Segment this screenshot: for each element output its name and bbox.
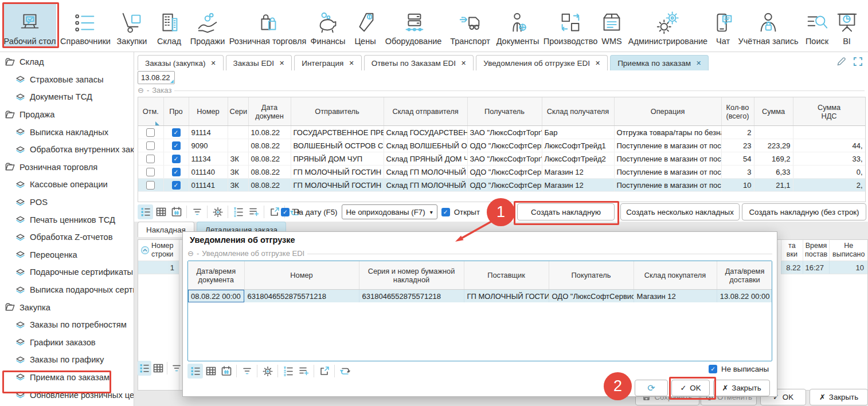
sidebar-item[interactable]: Заказы по графику: [0, 351, 134, 369]
collapse-icon[interactable]: ⊖: [187, 249, 194, 258]
filter-button[interactable]: [170, 361, 183, 376]
sidebar-item[interactable]: Документы ТСД: [0, 88, 134, 106]
sidebar-item[interactable]: Заказы по потребностям: [0, 316, 134, 334]
not-issued-checkbox[interactable]: ✓: [709, 365, 717, 373]
column-header[interactable]: Дата/время доставки: [717, 261, 772, 290]
add-list-button[interactable]: [246, 204, 261, 219]
nav-item-bi[interactable]: BI: [835, 3, 859, 48]
filter-button[interactable]: [239, 364, 255, 379]
numbered-list-button[interactable]: [280, 364, 296, 379]
column-header[interactable]: Склад покупателя: [634, 261, 717, 290]
collapse-icon[interactable]: ⊖: [138, 86, 144, 94]
nav-item-account[interactable]: Учётная запись: [736, 3, 800, 48]
delivery-date-header[interactable]: та вки: [781, 240, 803, 261]
nav-item-finance[interactable]: Финансы: [308, 3, 347, 48]
calendar-view-button[interactable]: [169, 204, 184, 219]
sidebar-item[interactable]: Кассовые операции: [0, 176, 134, 194]
order-row[interactable]: ✓ 011140 ЗК 08.08.22 ГП МОЛОЧНЫЙ ГОСТИН …: [138, 165, 865, 179]
nav-item-transport[interactable]: Транспорт: [447, 3, 493, 48]
order-row[interactable]: ✓ 9090 08.08.22 ВОЛШЕБНЫЙ ОСТРОВ С Склад…: [138, 139, 865, 152]
on-date-checkbox[interactable]: ✓: [281, 208, 290, 216]
order-row[interactable]: ✓ 11134 ЗК 08.08.22 ПРЯНЫЙ ДОМ ЧУП Склад…: [138, 152, 865, 165]
open-checkbox[interactable]: ✓: [441, 208, 450, 216]
nav-item-search[interactable]: Поиск: [801, 3, 832, 48]
line-number-header[interactable]: Номер строки: [151, 242, 173, 259]
sidebar-item[interactable]: Переоценка: [0, 246, 134, 264]
sidebar-item[interactable]: Обработка внутренних заказ: [0, 141, 134, 159]
view-list-button[interactable]: [187, 364, 203, 379]
column-header[interactable]: Дата докумен: [248, 97, 291, 126]
sidebar-item[interactable]: Выписка накладных: [0, 123, 134, 141]
close-tab-icon[interactable]: ✕: [349, 60, 354, 67]
view-list-button[interactable]: [138, 361, 151, 376]
column-header[interactable]: Номер: [189, 97, 228, 126]
delivery-time-header[interactable]: Время постав: [803, 240, 830, 261]
sidebar-item[interactable]: Закупка: [0, 298, 134, 316]
settings-gear-button[interactable]: [210, 204, 225, 219]
column-header[interactable]: Склад отправителя: [384, 97, 467, 126]
export-button[interactable]: [267, 204, 282, 219]
reload-button[interactable]: [337, 364, 353, 379]
nav-item-warehouse[interactable]: Склад: [153, 3, 186, 48]
nav-item-desktop[interactable]: Рабочий стол: [3, 3, 56, 48]
document-tab[interactable]: Приемка по заказам ✕: [610, 55, 709, 70]
column-header[interactable]: Серия и номер бумажной накладной: [359, 261, 464, 290]
row-mark-checkbox[interactable]: [146, 155, 155, 163]
sidebar-item[interactable]: Графики заказов: [0, 334, 134, 352]
sidebar-item[interactable]: Обновление розничных цен: [0, 386, 134, 404]
create-invoice-button[interactable]: Создать накладную: [517, 203, 615, 220]
nav-item-chat[interactable]: Чат: [711, 3, 735, 48]
nav-item-equipment[interactable]: Оборудование: [382, 3, 445, 48]
sidebar-item[interactable]: Продажа: [0, 106, 134, 124]
document-tab[interactable]: Ответы по Заказам EDI ✕: [364, 55, 474, 70]
order-row[interactable]: ✓ 011141 ЗК 08.08.22 ГП МОЛОЧНЫЙ ГОСТИН …: [138, 179, 865, 192]
close-tab-icon[interactable]: ✕: [210, 60, 216, 67]
row-approved-checkbox[interactable]: ✓: [172, 155, 181, 163]
fullscreen-expand-icon[interactable]: [853, 56, 863, 67]
column-header[interactable]: Сери: [228, 97, 248, 126]
export-button[interactable]: [316, 364, 332, 379]
row-approved-checkbox[interactable]: ✓: [172, 181, 181, 190]
nav-item-production[interactable]: Производство: [542, 3, 599, 48]
numbered-list-button[interactable]: [230, 204, 246, 219]
column-header[interactable]: Поставщик: [464, 261, 549, 290]
sidebar-item[interactable]: Страховые запасы: [0, 71, 134, 89]
filter-button[interactable]: [189, 204, 205, 219]
sidebar-item[interactable]: POS: [0, 194, 134, 211]
column-header[interactable]: Кол-во (всего): [721, 97, 754, 126]
not-issued-header[interactable]: Не выписано: [829, 240, 867, 261]
column-header[interactable]: Операция: [614, 97, 721, 126]
dialog-close-button[interactable]: ✗ Закрыть: [713, 380, 770, 396]
view-grid-button[interactable]: [151, 361, 165, 376]
row-approved-checkbox[interactable]: ✓: [172, 141, 181, 150]
close-tab-icon[interactable]: ✕: [595, 60, 600, 67]
date-input[interactable]: 13.08.22: [138, 71, 175, 84]
nav-item-sales[interactable]: Продажи: [188, 3, 227, 48]
close-tab-icon[interactable]: ✕: [461, 60, 466, 67]
close-tab-icon[interactable]: ✕: [696, 60, 701, 67]
nav-item-prices[interactable]: Цены: [350, 3, 381, 48]
column-header[interactable]: Сумма: [754, 97, 793, 126]
status-filter-dropdown[interactable]: Не оприходованы (F7) ▾: [342, 204, 437, 219]
nav-item-directories[interactable]: Справочники: [61, 3, 110, 48]
view-grid-button[interactable]: [153, 204, 169, 219]
document-tab[interactable]: Интеграция ✕: [294, 55, 361, 70]
view-grid-button[interactable]: [203, 364, 218, 379]
nav-item-documents[interactable]: Документы: [494, 3, 541, 48]
edit-pencil-icon[interactable]: [836, 56, 847, 67]
refresh-button[interactable]: ⟳: [635, 380, 668, 396]
detail-row-fragment[interactable]: 8.22 16:27 10: [781, 261, 867, 274]
sort-asc-icon[interactable]: [140, 246, 150, 255]
notification-row[interactable]: 08.08.22 00:00 6318046552875571218 63180…: [188, 290, 772, 303]
nav-item-retail[interactable]: Розничная торговля: [229, 3, 306, 48]
row-approved-checkbox[interactable]: ✓: [172, 128, 181, 137]
create-multiple-invoices-button[interactable]: Создать несколько накладных: [620, 203, 740, 220]
column-header[interactable]: Склад получателя: [542, 97, 614, 126]
settings-gear-button[interactable]: [260, 364, 275, 379]
view-list-button[interactable]: [138, 204, 153, 219]
row-mark-checkbox[interactable]: [146, 181, 155, 190]
sidebar-item[interactable]: Склад: [0, 53, 134, 71]
sidebar-item[interactable]: Подарочные сертификаты: [0, 263, 134, 281]
dialog-ok-button[interactable]: ✓ OK: [671, 380, 710, 396]
close-tab-icon[interactable]: ✕: [279, 60, 284, 67]
